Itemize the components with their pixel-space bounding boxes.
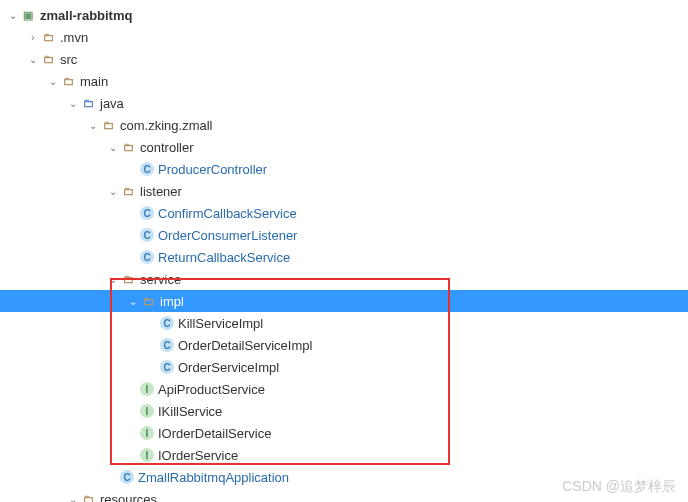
folder-icon: 🗀 — [40, 29, 56, 45]
package-icon: 🗀 — [100, 117, 116, 133]
chevron-down-icon: ⌄ — [106, 186, 120, 197]
chevron-down-icon: ⌄ — [6, 10, 20, 21]
label-confirm-cb: ConfirmCallbackService — [158, 206, 297, 221]
label-resources: resources — [100, 492, 157, 503]
node-service[interactable]: ⌄🗀service — [0, 268, 688, 290]
node-impl[interactable]: ⌄🗀impl — [0, 290, 688, 312]
interface-icon: I — [140, 382, 154, 396]
node-controller[interactable]: ⌄🗀controller — [0, 136, 688, 158]
package-icon: 🗀 — [120, 271, 136, 287]
chevron-down-icon: ⌄ — [46, 76, 60, 87]
class-icon: C — [140, 250, 154, 264]
node-order-impl[interactable]: COrderServiceImpl — [0, 356, 688, 378]
folder-icon: 🗀 — [60, 73, 76, 89]
label-iorder-detail: IOrderDetailService — [158, 426, 271, 441]
chevron-down-icon: ⌄ — [66, 98, 80, 109]
class-icon: C — [120, 470, 134, 484]
class-icon: C — [160, 338, 174, 352]
label-return-cb: ReturnCallbackService — [158, 250, 290, 265]
label-app: ZmallRabbitmqApplication — [138, 470, 289, 485]
label-controller: controller — [140, 140, 193, 155]
node-pkg[interactable]: ⌄🗀com.zking.zmall — [0, 114, 688, 136]
label-java: java — [100, 96, 124, 111]
node-api-product[interactable]: IApiProductService — [0, 378, 688, 400]
class-icon: C — [160, 360, 174, 374]
interface-icon: I — [140, 426, 154, 440]
node-java[interactable]: ⌄🗀java — [0, 92, 688, 114]
chevron-down-icon: ⌄ — [126, 296, 140, 307]
chevron-down-icon: ⌄ — [106, 274, 120, 285]
class-icon: C — [140, 206, 154, 220]
interface-icon: I — [140, 448, 154, 462]
label-producer-controller: ProducerController — [158, 162, 267, 177]
label-service: service — [140, 272, 181, 287]
node-src[interactable]: ⌄🗀src — [0, 48, 688, 70]
node-iorder[interactable]: IIOrderService — [0, 444, 688, 466]
project-tree: ⌄▣zmall-rabbitmq ›🗀.mvn ⌄🗀src ⌄🗀main ⌄🗀j… — [0, 0, 688, 502]
node-producer-controller[interactable]: CProducerController — [0, 158, 688, 180]
label-order-consumer: OrderConsumerListener — [158, 228, 297, 243]
chevron-down-icon: ⌄ — [66, 494, 80, 503]
class-icon: C — [140, 162, 154, 176]
node-od-impl[interactable]: COrderDetailServiceImpl — [0, 334, 688, 356]
chevron-down-icon: ⌄ — [106, 142, 120, 153]
node-root[interactable]: ⌄▣zmall-rabbitmq — [0, 4, 688, 26]
label-mvn: .mvn — [60, 30, 88, 45]
chevron-right-icon: › — [26, 32, 40, 43]
chevron-down-icon: ⌄ — [26, 54, 40, 65]
class-icon: C — [140, 228, 154, 242]
label-src: src — [60, 52, 77, 67]
node-kill-impl[interactable]: CKillServiceImpl — [0, 312, 688, 334]
package-icon: 🗀 — [120, 139, 136, 155]
resources-folder-icon: 🗀 — [80, 491, 96, 502]
node-listener[interactable]: ⌄🗀listener — [0, 180, 688, 202]
node-ikill[interactable]: IIKillService — [0, 400, 688, 422]
node-iorder-detail[interactable]: IIOrderDetailService — [0, 422, 688, 444]
package-icon: 🗀 — [140, 293, 156, 309]
interface-icon: I — [140, 404, 154, 418]
label-kill-impl: KillServiceImpl — [178, 316, 263, 331]
source-folder-icon: 🗀 — [80, 95, 96, 111]
watermark: CSDN @追梦梓辰 — [562, 478, 676, 496]
label-iorder: IOrderService — [158, 448, 238, 463]
folder-icon: 🗀 — [40, 51, 56, 67]
label-main: main — [80, 74, 108, 89]
label-ikill: IKillService — [158, 404, 222, 419]
node-confirm-cb[interactable]: CConfirmCallbackService — [0, 202, 688, 224]
node-return-cb[interactable]: CReturnCallbackService — [0, 246, 688, 268]
label-od-impl: OrderDetailServiceImpl — [178, 338, 312, 353]
label-listener: listener — [140, 184, 182, 199]
node-order-consumer[interactable]: COrderConsumerListener — [0, 224, 688, 246]
label-pkg: com.zking.zmall — [120, 118, 212, 133]
label-api-product: ApiProductService — [158, 382, 265, 397]
node-mvn[interactable]: ›🗀.mvn — [0, 26, 688, 48]
label-impl: impl — [160, 294, 184, 309]
node-main[interactable]: ⌄🗀main — [0, 70, 688, 92]
chevron-down-icon: ⌄ — [86, 120, 100, 131]
class-icon: C — [160, 316, 174, 330]
label-root: zmall-rabbitmq — [40, 8, 132, 23]
label-order-impl: OrderServiceImpl — [178, 360, 279, 375]
module-icon: ▣ — [20, 7, 36, 23]
package-icon: 🗀 — [120, 183, 136, 199]
